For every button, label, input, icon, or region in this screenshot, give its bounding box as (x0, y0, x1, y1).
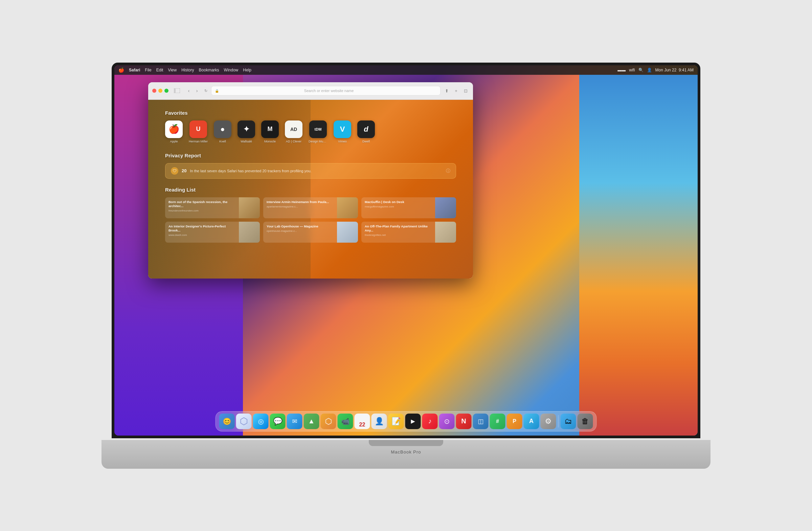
apple-menu-icon[interactable]: 🍎 (118, 67, 124, 73)
favorite-herman[interactable]: U Herman Miller (189, 120, 208, 143)
lock-icon: 🔒 (215, 89, 219, 93)
forward-button[interactable]: › (193, 87, 200, 94)
share-button[interactable]: ⬆ (443, 87, 450, 94)
privacy-report-title: Privacy Report (165, 153, 456, 158)
dock-appstore[interactable]: A (524, 414, 539, 429)
menubar-app-name[interactable]: Safari (129, 68, 140, 72)
monocle-label: Monocle (264, 140, 276, 143)
dock-music[interactable]: ♪ (422, 414, 438, 429)
macbook-base: MacBook Pro (102, 440, 710, 469)
dock-news[interactable]: N (456, 414, 472, 429)
back-button[interactable]: ‹ (185, 87, 192, 94)
favorite-vimeo[interactable]: V Vimeo (334, 120, 351, 143)
macbook-screen-bezel: 🍎 Safari File Edit View History Bookmark… (112, 62, 700, 438)
reading-item-text-4: Your Lab Openhouse — Magazine openhouse-… (263, 222, 337, 243)
favorite-tdm[interactable]: tDM Design Museum (308, 120, 328, 143)
safari-nav: ‹ › (185, 87, 200, 94)
dock-appletv[interactable]: ▶ (405, 414, 421, 429)
address-input[interactable]: Search or enter website name (221, 89, 437, 93)
menubar-bookmarks[interactable]: Bookmarks (199, 68, 219, 72)
dock: 😊 ⬡ ◎ 💬 ✉ ▲ ⬡ 📹 22 👤 📝 ▶ ♪ ⊙ (216, 411, 597, 431)
dock-files[interactable]: 🗂 (561, 414, 576, 429)
menubar-help[interactable]: Help (243, 68, 251, 72)
tdm-label: Design Museum (308, 140, 328, 143)
favorite-apple[interactable]: 🍎 Apple (165, 120, 183, 143)
favorite-kvell[interactable]: ● Kvell (214, 120, 231, 143)
menubar-window[interactable]: Window (224, 68, 238, 72)
vimeo-label: Vimeo (338, 140, 346, 143)
macbook-screen: 🍎 Safari File Edit View History Bookmark… (114, 65, 698, 435)
privacy-info-icon[interactable]: ⓘ (446, 168, 450, 174)
reading-item-text-1: Interview Armin Heinemann from Paula... … (263, 197, 337, 218)
new-tab-button[interactable]: + (453, 87, 460, 94)
reading-item-text-5: An Off-The-Plan Family Apartment Unlike … (361, 222, 435, 243)
dock-divider (558, 415, 559, 428)
fullscreen-button[interactable] (164, 89, 169, 93)
dock-calendar[interactable]: 22 (354, 414, 370, 429)
apple-label: Apple (170, 140, 178, 143)
dock-facetime[interactable]: 📹 (338, 414, 353, 429)
minimize-button[interactable] (158, 89, 162, 93)
reading-item-thumb-5 (435, 222, 456, 243)
reading-item-title-5: An Off-The-Plan Family Apartment Unlike … (365, 225, 432, 233)
favorite-monocle[interactable]: M Monocle (261, 120, 279, 143)
reading-item-4[interactable]: Your Lab Openhouse — Magazine openhouse-… (263, 222, 358, 243)
sidebar-toggle-button[interactable] (174, 88, 182, 94)
reading-item-text-0: Born out of the Spanish recession, the a… (165, 197, 239, 218)
address-bar[interactable]: 🔒 Search or enter website name (211, 86, 440, 96)
menubar-user[interactable]: 👤 (647, 68, 652, 72)
dock-launchpad[interactable]: ⬡ (236, 414, 252, 429)
menubar-wifi[interactable]: wifi (629, 68, 635, 72)
dock-podcasts[interactable]: ⊙ (439, 414, 455, 429)
menubar-search[interactable]: 🔍 (638, 68, 643, 72)
reading-item-5[interactable]: An Off-The-Plan Family Apartment Unlike … (361, 222, 456, 243)
shield-icon: 🛡 (171, 167, 178, 175)
dock-pages[interactable]: P (507, 414, 522, 429)
show-tabs-button[interactable]: ⊡ (462, 87, 469, 94)
menubar-datetime: Mon Jun 22 9:41 AM (655, 68, 694, 72)
tracker-count: 20 (182, 168, 186, 173)
reading-item-url-5: thedesignfiles.net (365, 233, 432, 236)
dock-messages[interactable]: 💬 (270, 414, 286, 429)
dock-photos[interactable]: ⬡ (321, 414, 336, 429)
dock-finder[interactable]: 😊 (219, 414, 235, 429)
dock-settings[interactable]: ⚙ (541, 414, 556, 429)
reload-button[interactable]: ↻ (203, 88, 208, 94)
menubar-edit[interactable]: Edit (156, 68, 163, 72)
favorite-ad[interactable]: AD AD | Clever (285, 120, 303, 143)
dock-maps[interactable]: ▲ (304, 414, 319, 429)
safari-window: ‹ › ↻ 🔒 Search or enter website name ⬆ + (148, 82, 473, 278)
dock-mail[interactable]: ✉ (287, 414, 303, 429)
reading-item-url-4: openhouse-magazine.c... (266, 229, 334, 232)
svg-rect-1 (174, 88, 176, 93)
reading-item-2[interactable]: MacGuffin | Desk on Desk macguffinmagazi… (361, 197, 456, 218)
traffic-lights (152, 89, 169, 93)
apple-icon: 🍎 (165, 120, 183, 138)
privacy-message: In the last seven days Safari has preven… (190, 169, 311, 173)
monocle-icon: M (261, 120, 279, 138)
menubar-file[interactable]: File (145, 68, 151, 72)
reading-list-section: Reading List Born out of the Spanish rec… (165, 187, 456, 243)
reading-item-0[interactable]: Born out of the Spanish recession, the a… (165, 197, 260, 218)
reading-item-url-1: apartamentomagazine.c... (266, 205, 334, 208)
privacy-report-bar[interactable]: 🛡 20 In the last seven days Safari has p… (165, 163, 456, 179)
menubar-view[interactable]: View (168, 68, 177, 72)
favorite-wallsale[interactable]: ✦ Wallsalé (237, 120, 255, 143)
reading-item-3[interactable]: An Interior Designer's Picture-Perfect B… (165, 222, 260, 243)
favorite-dwell[interactable]: d Dwell (357, 120, 375, 143)
herman-label: Herman Miller (189, 140, 208, 143)
dock-trash[interactable]: 🗑 (578, 414, 593, 429)
dock-notes[interactable]: 📝 (388, 414, 404, 429)
reading-list-title: Reading List (165, 187, 456, 192)
dock-safari[interactable]: ◎ (253, 414, 269, 429)
favorites-grid: 🍎 Apple U Herman Miller ● Kvell (165, 120, 456, 143)
close-button[interactable] (152, 89, 156, 93)
dock-sidecar[interactable]: ◫ (473, 414, 489, 429)
vimeo-icon: V (334, 120, 351, 138)
menubar-history[interactable]: History (182, 68, 194, 72)
dwell-icon: d (357, 120, 375, 138)
dock-contacts[interactable]: 👤 (372, 414, 387, 429)
wallsale-label: Wallsalé (241, 140, 252, 143)
dock-numbers[interactable]: # (490, 414, 506, 429)
reading-item-1[interactable]: Interview Armin Heinemann from Paula... … (263, 197, 358, 218)
